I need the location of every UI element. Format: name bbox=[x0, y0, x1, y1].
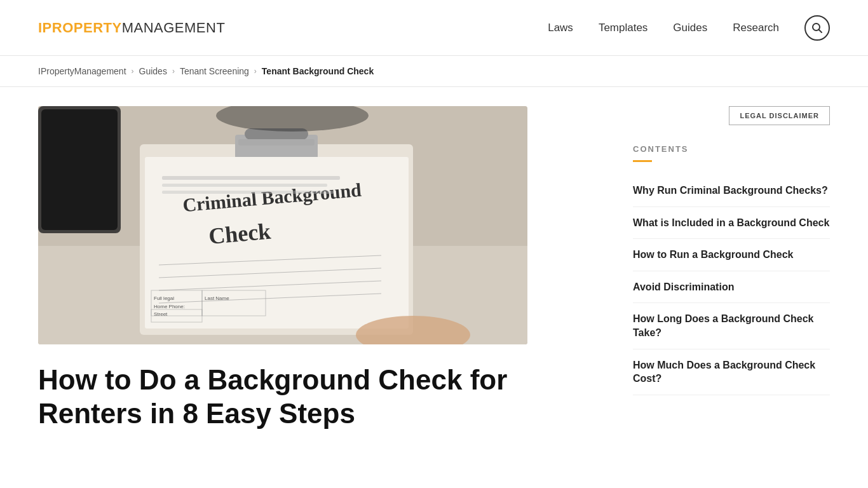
svg-rect-18 bbox=[162, 184, 327, 187]
svg-text:Last Name: Last Name bbox=[205, 295, 229, 301]
logo-iproperty: iPROPERTY bbox=[38, 20, 122, 36]
site-logo[interactable]: iPROPERTYMANAGEMENT bbox=[38, 20, 225, 36]
contents-item[interactable]: How to Run a Background Check bbox=[633, 239, 830, 271]
svg-rect-5 bbox=[41, 109, 118, 230]
nav-guides[interactable]: Guides bbox=[673, 22, 707, 34]
contents-box: CONTENTS Why Run Criminal Background Che… bbox=[633, 144, 830, 395]
svg-text:Full legal: Full legal bbox=[154, 295, 174, 301]
content-area: Criminal Background Check Full legal Las… bbox=[38, 87, 595, 456]
main-layout: Criminal Background Check Full legal Las… bbox=[0, 87, 868, 456]
nav-laws[interactable]: Laws bbox=[548, 22, 573, 34]
nav-research[interactable]: Research bbox=[733, 22, 779, 34]
breadcrumb-home[interactable]: IPropertyManagement bbox=[38, 66, 126, 76]
breadcrumb: IPropertyManagement › Guides › Tenant Sc… bbox=[0, 56, 868, 87]
svg-text:Street: Street bbox=[154, 311, 168, 317]
logo-management: MANAGEMENT bbox=[122, 20, 226, 36]
main-nav: Laws Templates Guides Research bbox=[548, 15, 830, 41]
contents-underline bbox=[633, 160, 652, 162]
sidebar: LEGAL DISCLAIMER CONTENTS Why Run Crimin… bbox=[633, 87, 830, 456]
search-icon bbox=[811, 22, 823, 34]
contents-item[interactable]: How Much Does a Background Check Cost? bbox=[633, 349, 830, 395]
breadcrumb-sep-1: › bbox=[132, 67, 134, 76]
contents-item[interactable]: What is Included in a Background Check bbox=[633, 207, 830, 240]
svg-line-1 bbox=[819, 29, 822, 32]
site-header: iPROPERTYMANAGEMENT Laws Templates Guide… bbox=[0, 0, 868, 56]
svg-text:Check: Check bbox=[208, 219, 272, 249]
svg-text:Home Phone:: Home Phone: bbox=[154, 304, 185, 309]
contents-list: Why Run Criminal Background Checks?What … bbox=[633, 175, 830, 395]
svg-rect-9 bbox=[238, 139, 315, 146]
breadcrumb-current: Tenant Background Check bbox=[262, 66, 374, 76]
breadcrumb-sep-2: › bbox=[172, 67, 175, 76]
breadcrumb-tenant-screening[interactable]: Tenant Screening bbox=[180, 66, 249, 76]
svg-rect-17 bbox=[162, 176, 340, 180]
contents-item[interactable]: Why Run Criminal Background Checks? bbox=[633, 175, 830, 207]
svg-rect-10 bbox=[145, 157, 409, 329]
clipboard-illustration: Criminal Background Check Full legal Las… bbox=[38, 106, 527, 344]
contents-item[interactable]: How Long Does a Background Check Take? bbox=[633, 303, 830, 349]
contents-item[interactable]: Avoid Discrimination bbox=[633, 271, 830, 304]
breadcrumb-guides[interactable]: Guides bbox=[139, 66, 167, 76]
contents-title: CONTENTS bbox=[633, 144, 830, 154]
search-button[interactable] bbox=[804, 15, 830, 41]
breadcrumb-sep-3: › bbox=[254, 67, 257, 76]
page-title: How to Do a Background Check for Renters… bbox=[38, 363, 527, 431]
svg-rect-19 bbox=[162, 191, 334, 194]
nav-templates[interactable]: Templates bbox=[599, 22, 648, 34]
legal-disclaimer-button[interactable]: LEGAL DISCLAIMER bbox=[729, 106, 830, 125]
hero-image: Criminal Background Check Full legal Las… bbox=[38, 106, 527, 344]
